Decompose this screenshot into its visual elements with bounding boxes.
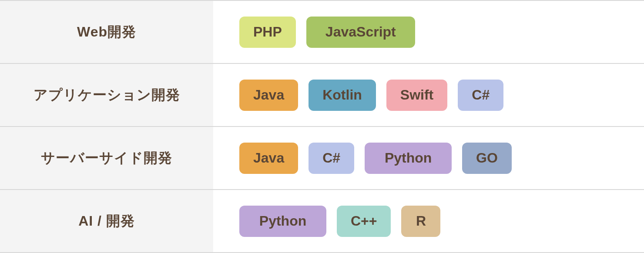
tag-kotlin: Kotlin [309,80,376,111]
tag-go: GO [462,143,512,174]
tag-java: Java [239,143,298,174]
category-label: Web開発 [0,1,213,63]
tag-cpp: C++ [337,206,391,237]
table-row: アプリケーション開発 Java Kotlin Swift C# [0,64,644,127]
category-table: Web開発 PHP JavaScript アプリケーション開発 Java Kot… [0,0,644,253]
tag-javascript: JavaScript [306,17,415,48]
tag-php: PHP [239,17,296,48]
tags-cell: PHP JavaScript [213,1,644,63]
table-row: Web開発 PHP JavaScript [0,1,644,64]
tag-csharp: C# [309,143,354,174]
category-label: サーバーサイド開発 [0,127,213,189]
tag-java: Java [239,80,298,111]
tags-cell: Java Kotlin Swift C# [213,64,644,126]
table-row: AI / 開発 Python C++ R [0,190,644,252]
tags-cell: Java C# Python GO [213,127,644,189]
tag-swift: Swift [386,80,447,111]
category-label: アプリケーション開発 [0,64,213,126]
tag-python: Python [365,143,452,174]
tag-python: Python [239,206,326,237]
tag-r: R [401,206,440,237]
tags-cell: Python C++ R [213,190,644,252]
table-row: サーバーサイド開発 Java C# Python GO [0,127,644,190]
category-label: AI / 開発 [0,190,213,252]
tag-csharp: C# [458,80,503,111]
